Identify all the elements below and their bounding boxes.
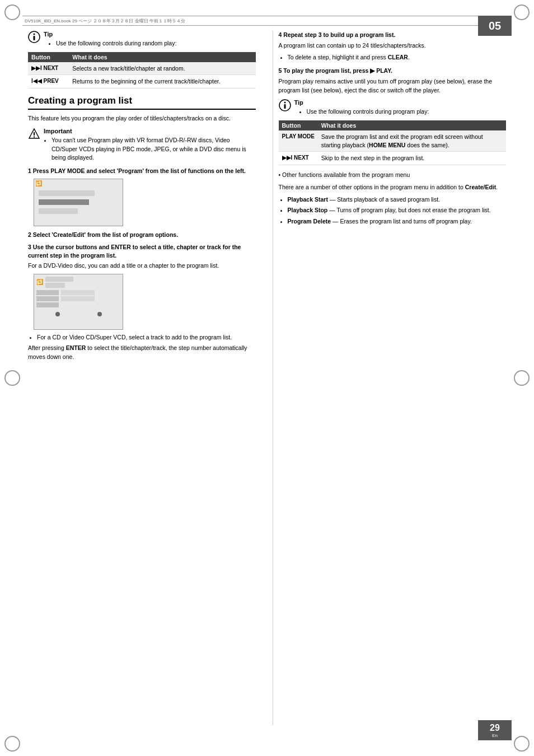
sm2-left-col	[36, 290, 59, 307]
control-table-2: Button What it does PLAY MODE Save the p…	[279, 120, 507, 165]
important-title: Important	[44, 128, 256, 134]
important-box: Important You can't use Program play wit…	[28, 128, 256, 162]
svg-rect-7	[284, 104, 285, 109]
table2-row1-button: ▶▶I NEXT	[279, 152, 318, 165]
tip-icon-1	[28, 31, 40, 43]
sm2-dot	[97, 312, 102, 316]
sm2-rcell	[61, 290, 95, 295]
step-3-after: After pressing ENTER to select the title…	[28, 344, 256, 362]
table1-row0-desc: Selects a new track/title/chapter at ran…	[69, 62, 255, 75]
svg-rect-4	[34, 136, 35, 137]
table2-header-button: Button	[279, 120, 318, 130]
other-func-item-1: Playback Stop — Turns off program play, …	[288, 206, 507, 215]
table1-row0-button: ▶▶I NEXT	[28, 62, 69, 75]
other-func-item-2: Program Delete — Erases the program list…	[288, 217, 507, 226]
table-row: PLAY MODE Save the program list and exit…	[279, 130, 507, 152]
sm2-main	[34, 289, 123, 309]
step-4-bullet-0: To delete a step, highlight it and press…	[288, 53, 507, 62]
sm2-label	[45, 277, 73, 282]
top-metadata-bar: DV510K_IBD_EN.book 29 ページ ２０８年３月２８日 金曜日 …	[22, 16, 512, 26]
sm2-cell	[36, 296, 59, 301]
important-bullet-0: You can't use Program play with VR forma…	[51, 136, 256, 162]
sm2-label	[45, 283, 65, 288]
step-3-bullet-item: For a CD or Video CD/Super VCD, select a…	[37, 333, 256, 342]
step-4-text: A program list can contain up to 24 titl…	[279, 41, 507, 50]
sm2-footer	[34, 309, 123, 318]
step-2-heading: 2 Select 'Create/Edit' from the list of …	[28, 231, 256, 239]
screen-row-selected	[39, 199, 89, 205]
control-table-1: Button What it does ▶▶I NEXT Selects a n…	[28, 52, 256, 88]
screen-mockup-2: 🔁	[34, 274, 123, 330]
table1-header-desc: What it does	[69, 52, 255, 62]
svg-point-6	[284, 102, 285, 104]
tip-bullets-2: Use the following controls during progra…	[299, 108, 507, 116]
step-3: 3 Use the cursor buttons and ENTER to se…	[28, 243, 256, 361]
tip-title-1: Tip	[44, 31, 256, 38]
step-2: 2 Select 'Create/Edit' from the list of …	[28, 231, 256, 239]
step-1-heading: 1 Press PLAY MODE and select 'Program' f…	[28, 167, 256, 175]
top-bar-text: DV510K_IBD_EN.book 29 ページ ２０８年３月２８日 金曜日 …	[25, 18, 185, 24]
tip-icon-2	[279, 99, 291, 111]
screen-row	[39, 208, 78, 214]
sm2-dot	[55, 312, 60, 316]
important-icon	[28, 128, 40, 140]
svg-rect-3	[34, 132, 35, 136]
table2-row0-desc: Save the program list and exit the progr…	[318, 130, 506, 152]
table1-row1-desc: Returns to the beginning of the current …	[69, 75, 255, 88]
right-column: 4 Repeat step 3 to build up a program li…	[273, 31, 507, 725]
table-row: ▶▶I NEXT Selects a new track/title/chapt…	[28, 62, 256, 75]
other-functions-intro: There are a number of other options in t…	[279, 183, 507, 192]
screen-icon-1: 🔁	[35, 180, 42, 186]
step-5: 5 To play the program list, press ▶ PLAY…	[279, 67, 507, 95]
corner-decoration-ml	[4, 370, 20, 386]
corner-decoration-tr	[514, 4, 530, 20]
table1-row1-button: I◀◀ PREV	[28, 75, 69, 88]
tip-content-1: Tip Use the following controls during ra…	[44, 31, 256, 48]
corner-decoration-bl	[4, 736, 20, 752]
table2-header-desc: What it does	[318, 120, 506, 130]
sm2-cell	[36, 302, 59, 307]
step-3-heading: 3 Use the cursor buttons and ENTER to se…	[28, 243, 256, 259]
corner-decoration-mr	[514, 370, 530, 386]
tip-title-2: Tip	[294, 99, 507, 106]
step-5-text: Program play remains active until you tu…	[279, 77, 507, 95]
step-4: 4 Repeat step 3 to build up a program li…	[279, 31, 507, 62]
table-row: ▶▶I NEXT Skip to the next step in the pr…	[279, 152, 507, 165]
sm2-right-col	[61, 290, 95, 307]
left-column: Tip Use the following controls during ra…	[28, 31, 261, 725]
screen-mockup-1: 🔁	[34, 179, 123, 226]
other-functions-list: Playback Start — Starts playback of a sa…	[279, 195, 507, 226]
important-bullets: You can't use Program play with VR forma…	[44, 136, 256, 162]
step-3-text: For a DVD-Video disc, you can add a titl…	[28, 262, 256, 270]
sm2-icon: 🔁	[36, 279, 43, 285]
sm2-rcell	[61, 296, 95, 301]
important-content: Important You can't use Program play wit…	[44, 128, 256, 162]
sm2-cell	[36, 290, 59, 295]
tip-box-2: Tip Use the following controls during pr…	[279, 99, 507, 116]
tip-bullets-1: Use the following controls during random…	[48, 39, 256, 48]
section-title: Creating a program list	[28, 95, 256, 110]
other-func-item-0: Playback Start — Starts playback of a sa…	[288, 195, 507, 204]
tip-bullet-1-0: Use the following controls during random…	[56, 39, 256, 48]
tip-content-2: Tip Use the following controls during pr…	[294, 99, 507, 116]
step-3-bullet: For a CD or Video CD/Super VCD, select a…	[28, 333, 256, 342]
table2-row0-button: PLAY MODE	[279, 130, 318, 152]
table2-row1-desc: Skip to the next step in the program lis…	[318, 152, 506, 165]
other-functions-heading: • Other functions available from the pro…	[279, 171, 507, 180]
sm2-top: 🔁	[34, 274, 123, 289]
sm2-labels	[45, 277, 73, 288]
corner-decoration-tl	[4, 4, 20, 20]
other-functions: • Other functions available from the pro…	[279, 171, 507, 226]
step-1: 1 Press PLAY MODE and select 'Program' f…	[28, 167, 256, 226]
section-text: This feature lets you program the play o…	[28, 114, 256, 123]
step-4-heading: 4 Repeat step 3 to build up a program li…	[279, 31, 507, 39]
screen-row	[39, 190, 95, 196]
table-row: I◀◀ PREV Returns to the beginning of the…	[28, 75, 256, 88]
tip-bullet-2-0: Use the following controls during progra…	[307, 108, 507, 116]
corner-decoration-br	[514, 736, 530, 752]
tip-box-1: Tip Use the following controls during ra…	[28, 31, 256, 48]
step-5-heading: 5 To play the program list, press ▶ PLAY…	[279, 67, 507, 75]
content-area: Tip Use the following controls during ra…	[28, 31, 506, 725]
page-number-sub: En	[492, 733, 498, 738]
svg-rect-2	[34, 36, 35, 40]
